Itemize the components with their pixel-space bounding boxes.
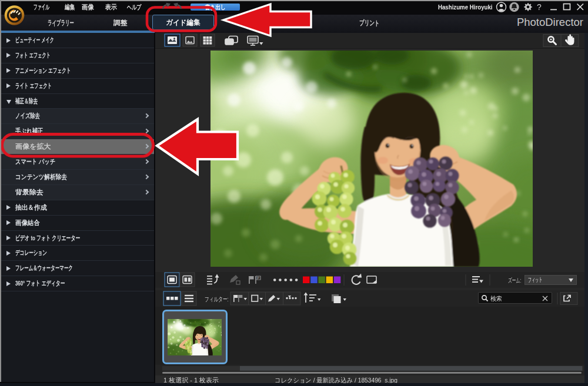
svg-text:?: ? [537, 2, 542, 12]
svg-text:P: P [257, 276, 260, 280]
